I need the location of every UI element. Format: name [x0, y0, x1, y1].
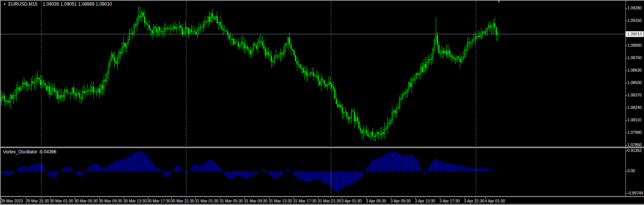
time-label: 31 Mar 13:30	[269, 199, 292, 203]
axis-label: 1.08760	[627, 55, 642, 60]
current-price-tag: 1.09010	[626, 31, 644, 37]
chart-shift-marker-icon[interactable]: ▼	[497, 0, 501, 4]
time-label: 30 Mar 05:30	[74, 199, 98, 203]
axis-tick	[625, 21, 627, 21]
axis-label: 1.07980	[627, 130, 642, 135]
time-label: 30 Mar 01:30	[50, 199, 73, 203]
axis-label: 0.91352	[627, 148, 642, 153]
time-label: 3 Apr 21:30	[464, 199, 484, 203]
panel-separator-bottom[interactable]	[0, 196, 644, 197]
axis-label: 1.07850	[627, 142, 642, 147]
axis-label: 1.08630	[627, 68, 642, 73]
chart-canvas[interactable]	[0, 0, 644, 205]
time-label: 3 Apr 13:30	[415, 199, 435, 203]
time-label: 30 Mar 13:30	[123, 199, 147, 203]
window-border-left	[0, 0, 1, 205]
axis-tick	[625, 120, 627, 121]
indicator-header: Vortex_Oscillator -0.04396	[3, 149, 56, 155]
axis-tick	[625, 95, 627, 96]
axis-tick	[625, 70, 627, 71]
axis-tick	[625, 133, 627, 133]
axis-tick	[625, 171, 627, 171]
axis-label: 1.08240	[627, 105, 642, 110]
symbol-header: ▼ EURUSD,M15 1.09035 1.09051 1.08989 1.0…	[3, 2, 112, 7]
axis-tick	[625, 193, 627, 194]
time-label: 3 Apr 09:30	[390, 199, 411, 203]
time-label: 29 Mar 21:30	[26, 199, 49, 203]
axis-tick	[625, 151, 627, 151]
axis-label: 1.09150	[627, 18, 642, 23]
time-label: 31 Mar 05:30	[220, 199, 243, 203]
axis-label: 1.08890	[627, 43, 642, 48]
time-label: 30 Mar 21:30	[171, 199, 194, 203]
axis-label: 1.09280	[627, 6, 642, 11]
time-label: 30 Mar 09:30	[99, 199, 122, 203]
time-label: 3 Apr 05:30	[366, 199, 386, 203]
axis-label: 1.08500	[627, 80, 642, 85]
time-label: 3 Apr 01:30	[341, 199, 362, 203]
time-label: 31 Mar 17:30	[293, 199, 317, 203]
axis-label: 1.08370	[627, 93, 642, 98]
axis-tick	[625, 83, 627, 83]
axis-tick	[625, 145, 627, 145]
time-label: 31 Mar 01:30	[195, 199, 218, 203]
mt4-chart-window: ▼ EURUSD,M15 1.09035 1.09051 1.08989 1.0…	[0, 0, 644, 205]
panel-separator-top[interactable]	[0, 147, 644, 148]
axis-tick	[625, 8, 627, 9]
time-label: 3 Apr 17:30	[440, 199, 460, 203]
time-label: 4 Apr 01:30	[485, 199, 505, 203]
indicator-name: Vortex_Oscillator	[3, 149, 37, 155]
axis-label: 0.00	[627, 168, 635, 173]
price-axis-border	[626, 1, 626, 196]
axis-tick	[625, 46, 627, 46]
time-label: 31 Mar 09:30	[244, 199, 267, 203]
axis-label: -0.99749	[627, 191, 643, 196]
window-marker-icon: ▼	[3, 3, 6, 6]
symbol-label: EURUSD,M15	[8, 2, 37, 7]
time-label: 29 Mar 2023	[1, 199, 23, 203]
time-label: 30 Mar 17:30	[147, 199, 171, 203]
axis-label: 1.08110	[627, 118, 641, 122]
ohlc-quotes: 1.09035 1.09051 1.08989 1.09010	[43, 2, 112, 7]
time-label: 31 Mar 21:30	[318, 199, 341, 203]
window-border-top	[0, 0, 644, 1]
axis-tick	[625, 108, 627, 108]
indicator-value: -0.04396	[38, 149, 56, 155]
axis-tick	[625, 58, 627, 58]
